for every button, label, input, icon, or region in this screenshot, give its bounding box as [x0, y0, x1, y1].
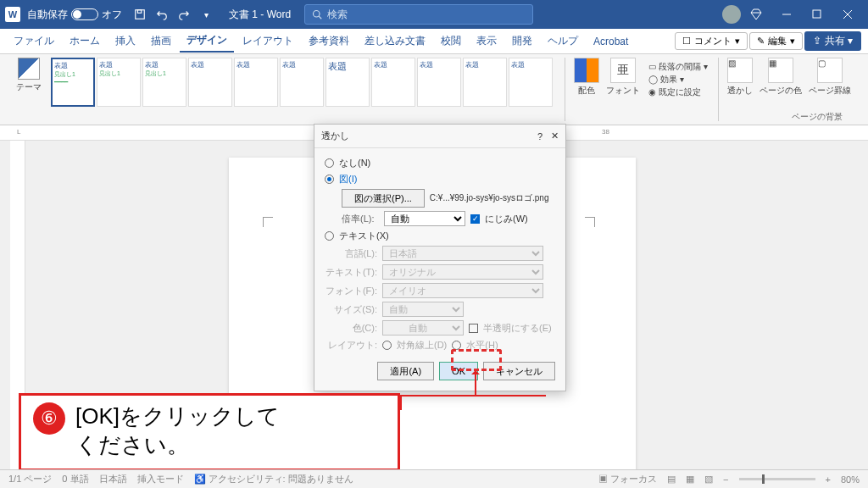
zoom-level[interactable]: 80% [841, 474, 860, 485]
status-lang[interactable]: 日本語 [99, 473, 127, 485]
select-picture-button[interactable]: 図の選択(P)... [342, 189, 425, 208]
save-icon[interactable] [131, 5, 149, 24]
dialog-close-button[interactable]: ✕ [551, 130, 559, 141]
menu-help[interactable]: ヘルプ [541, 30, 585, 52]
cancel-button[interactable]: キャンセル [483, 362, 555, 380]
page-border-icon: ▢ [817, 58, 843, 83]
font-select: メイリオ [382, 283, 543, 298]
maximize-button[interactable] [802, 0, 832, 29]
apply-button[interactable]: 適用(A) [377, 362, 434, 380]
close-button[interactable] [832, 0, 863, 29]
view-web-icon[interactable]: ▧ [704, 474, 713, 485]
color-select: 自動 [382, 320, 464, 336]
doc-title: 文書 1 - Word [229, 8, 291, 22]
menu-review[interactable]: 校閲 [434, 30, 468, 52]
menu-references[interactable]: 参考資料 [302, 30, 356, 52]
status-bar: 1/1 ページ 0 単語 日本語 挿入モード ♿ アクセシビリティ: 問題ありま… [0, 469, 868, 488]
gallery-item[interactable]: 表題 [234, 58, 278, 107]
svg-rect-3 [813, 10, 821, 18]
qat-more-icon[interactable]: ▾ [197, 5, 215, 24]
theme-swatch-icon [18, 58, 40, 80]
search-placeholder: 検索 [327, 8, 348, 22]
gallery-item[interactable]: 表題 [188, 58, 232, 107]
title-bar: W 自動保存 オフ ▾ 文書 1 - Word 検索 [0, 0, 868, 29]
menu-file[interactable]: ファイル [7, 30, 61, 52]
search-icon [312, 9, 322, 19]
washout-checkbox[interactable]: ✓ [470, 214, 480, 224]
editing-mode-button[interactable]: ✎ 編集 ▾ [749, 32, 803, 50]
picture-path: C:¥...¥99.jo-sys¥jo-sysロゴ.png [430, 192, 549, 204]
radio-diagonal [382, 341, 392, 350]
autosave-state: オフ [102, 8, 122, 22]
fonts-button[interactable]: 亜フォント [603, 58, 643, 121]
svg-point-2 [314, 11, 320, 18]
ribbon-design: テーマ 表題見出し1━━━━ 表題見出し1 表題見出し1 表題 表題 表題 表題… [0, 54, 868, 125]
watermark-icon: ▨ [727, 58, 753, 83]
gallery-item[interactable]: 表題 [326, 58, 370, 107]
menu-view[interactable]: 表示 [470, 30, 504, 52]
status-insert-mode[interactable]: 挿入モード [137, 473, 184, 485]
search-box[interactable]: 検索 [304, 4, 533, 25]
user-name [675, 8, 715, 22]
focus-mode-button[interactable]: ▣ フォーカス [598, 473, 657, 485]
themes-button[interactable]: テーマ [12, 58, 46, 121]
zoom-out-button[interactable]: − [723, 474, 728, 485]
premium-icon[interactable] [749, 8, 763, 21]
autosave-label: 自動保存 [27, 8, 68, 22]
redo-icon[interactable] [175, 5, 193, 24]
radio-none[interactable] [325, 158, 334, 168]
gallery-item[interactable]: 表題 [280, 58, 324, 107]
annotation-arrow [475, 373, 476, 396]
zoom-in-button[interactable]: + [826, 474, 831, 485]
menu-design[interactable]: デザイン [180, 30, 234, 53]
svg-rect-0 [136, 10, 145, 19]
menu-draw[interactable]: 描画 [144, 30, 178, 52]
instruction-callout: ⑥ [OK]をクリックして ください。 [19, 393, 400, 471]
radio-text[interactable] [325, 231, 334, 241]
gallery-item[interactable]: 表題見出し1 [142, 58, 186, 107]
colors-button[interactable]: 配色 [570, 58, 603, 121]
app-icon: W [5, 7, 20, 22]
share-button[interactable]: ⇪ 共有 ▾ [804, 31, 861, 51]
scale-select[interactable]: 自動 [384, 211, 465, 226]
semitransparent-checkbox [469, 324, 478, 333]
user-avatar-icon[interactable] [722, 5, 741, 24]
callout-text: ください。 [75, 431, 280, 460]
menu-bar: ファイル ホーム 挿入 描画 デザイン レイアウト 参考資料 差し込み文書 校閲… [0, 29, 868, 54]
view-print-icon[interactable]: ▦ [686, 474, 694, 485]
radio-picture[interactable] [325, 175, 334, 184]
language-select: 日本語 [382, 246, 543, 261]
status-words[interactable]: 0 単語 [62, 473, 88, 485]
status-accessibility[interactable]: ♿ アクセシビリティ: 問題ありません [194, 473, 353, 485]
watermark-button[interactable]: ▨透かし [724, 58, 756, 121]
gallery-item[interactable]: 表題 [371, 58, 415, 107]
margin-guide-icon [585, 217, 595, 227]
gallery-item[interactable]: 表題見出し1━━━━ [51, 58, 95, 107]
undo-icon[interactable] [153, 5, 171, 24]
menu-mailings[interactable]: 差し込み文書 [358, 30, 432, 52]
dialog-title: 透かし [321, 130, 349, 142]
style-gallery[interactable]: 表題見出し1━━━━ 表題見出し1 表題見出し1 表題 表題 表題 表題 表題 … [51, 58, 559, 121]
view-read-icon[interactable]: ▤ [667, 474, 676, 485]
set-default-button[interactable]: ◉ 既定に設定 [648, 86, 708, 98]
zoom-slider[interactable] [739, 478, 815, 480]
menu-home[interactable]: ホーム [63, 30, 107, 52]
menu-insert[interactable]: 挿入 [108, 30, 142, 52]
step-number-badge: ⑥ [33, 402, 65, 435]
gallery-item[interactable]: 表題 [463, 58, 507, 107]
minimize-button[interactable] [771, 0, 802, 29]
gallery-item[interactable]: 表題 [417, 58, 461, 107]
menu-developer[interactable]: 開発 [505, 30, 539, 52]
toggle-switch-icon[interactable] [71, 8, 98, 20]
menu-acrobat[interactable]: Acrobat [587, 32, 635, 51]
menu-layout[interactable]: レイアウト [236, 30, 300, 52]
paragraph-spacing-button[interactable]: ▭ 段落の間隔 ▾ [648, 61, 708, 73]
comments-button[interactable]: ☐ コメント ▾ [675, 32, 748, 50]
dialog-help-button[interactable]: ? [537, 131, 542, 141]
gallery-item[interactable]: 表題 [509, 58, 553, 107]
status-page[interactable]: 1/1 ページ [8, 473, 52, 485]
ribbon-group-label: ページの背景 [792, 111, 843, 123]
gallery-item[interactable]: 表題見出し1 [97, 58, 141, 107]
autosave-toggle[interactable]: 自動保存 オフ [27, 8, 122, 22]
effects-button[interactable]: ◯ 効果 ▾ [648, 74, 708, 86]
